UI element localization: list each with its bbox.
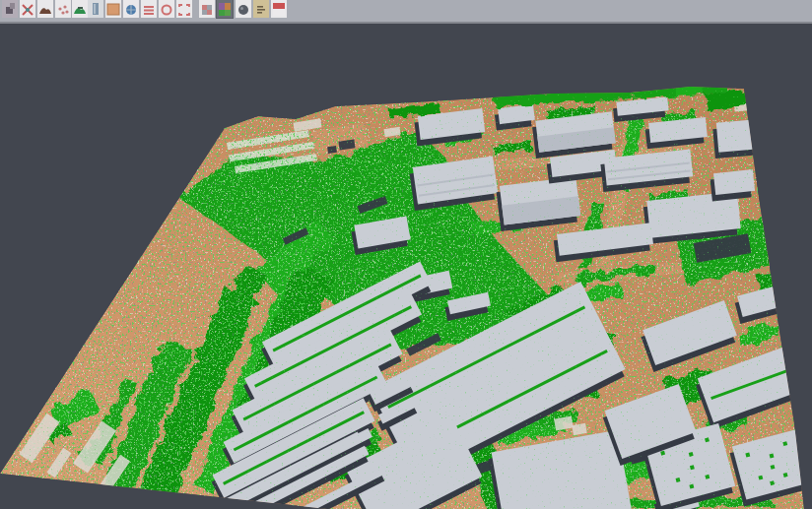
toolbar-icon-globe[interactable] [123, 0, 139, 18]
toolbar-icon-flag[interactable] [271, 0, 287, 18]
toolbar-icon-clip[interactable] [2, 0, 18, 18]
toolbar-icon-points-cross[interactable] [20, 0, 35, 18]
toolbar-icon-layer-bars[interactable] [141, 0, 157, 18]
toolbar-icon-ortho-square[interactable] [105, 0, 121, 18]
toolbar [0, 0, 812, 24]
toolbar-icon-sphere[interactable] [236, 0, 251, 18]
toolbar-icon-terrain-brown[interactable] [37, 0, 53, 18]
toolbar-icon-terrain-green[interactable] [72, 0, 88, 18]
point-cloud-scene [0, 24, 812, 509]
toolbar-icon-profile-column[interactable] [88, 0, 103, 18]
toolbar-icon-rect-select[interactable] [176, 0, 192, 18]
viewport-3d-view[interactable] [0, 24, 812, 509]
toolbar-icon-classification-map[interactable] [217, 0, 233, 18]
toolbar-icon-points-red[interactable] [55, 0, 71, 18]
toolbar-icon-measure[interactable] [253, 0, 269, 18]
toolbar-icon-circle-select[interactable] [159, 0, 174, 18]
app-window [0, 0, 812, 509]
toolbar-icon-grid-cells[interactable] [199, 0, 215, 18]
